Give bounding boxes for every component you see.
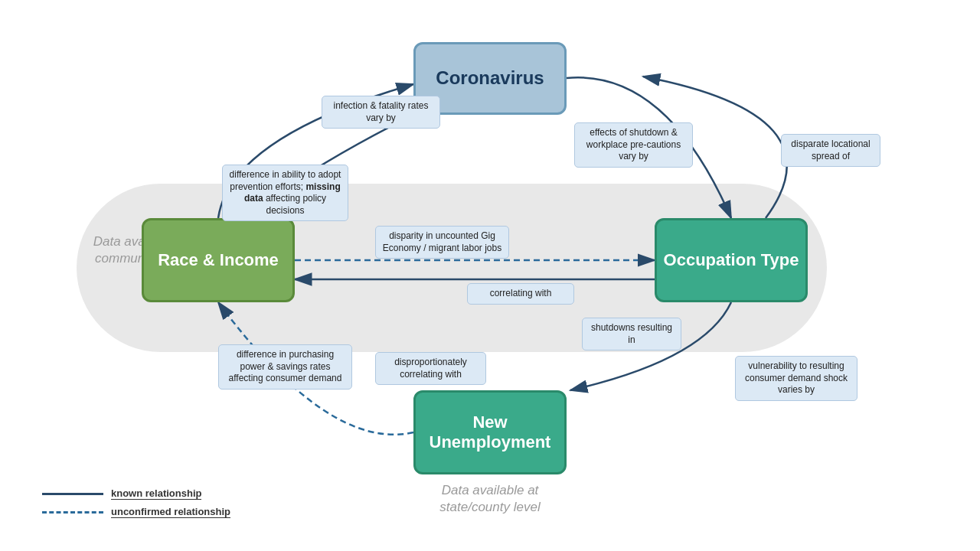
- shutdowns-resulting-label: shutdowns resulting in: [582, 318, 681, 350]
- unemployment-node: New Unemployment: [413, 390, 567, 474]
- known-label: known relationship: [111, 487, 201, 500]
- correlating-with-label: correlating with: [467, 283, 574, 305]
- unemployment-label: New Unemployment: [416, 412, 564, 453]
- state-county-data-label: Data available at state/county level: [421, 482, 559, 516]
- disparity-gig-label: disparity in uncounted Gig Economy / mig…: [375, 226, 509, 259]
- diff-ability-label: difference in ability to adopt preventio…: [222, 165, 348, 221]
- occupation-type-node: Occupation Type: [655, 218, 808, 302]
- effects-shutdown-label: effects of shutdown & workplace pre-caut…: [574, 122, 693, 168]
- diagram-container: Data available at community level Data a…: [0, 0, 980, 551]
- unconfirmed-label: unconfirmed relationship: [111, 506, 230, 518]
- legend: known relationship unconfirmed relations…: [42, 487, 230, 524]
- diff-purchasing-label: difference in purchasing power & savings…: [218, 344, 352, 390]
- legend-known: known relationship: [42, 487, 230, 500]
- vulnerability-label: vulnerability to resulting consumer dema…: [735, 356, 858, 401]
- legend-unconfirmed: unconfirmed relationship: [42, 506, 230, 518]
- known-line: [42, 493, 103, 495]
- race-income-node: Race & Income: [142, 218, 295, 302]
- unconfirmed-line: [42, 511, 103, 514]
- infection-fatality-label: infection & fatality rates vary by: [322, 96, 440, 129]
- coronavirus-label: Coronavirus: [436, 67, 544, 90]
- diff-ability-text: difference in ability to adopt preventio…: [230, 169, 341, 216]
- occupation-type-label: Occupation Type: [664, 250, 799, 270]
- missing-data-bold: missing data: [244, 181, 341, 204]
- race-income-label: Race & Income: [158, 250, 279, 270]
- disparate-locational-label: disparate locational spread of: [781, 134, 880, 167]
- disproportionately-correlating-label: disproportionately correlating with: [375, 352, 486, 385]
